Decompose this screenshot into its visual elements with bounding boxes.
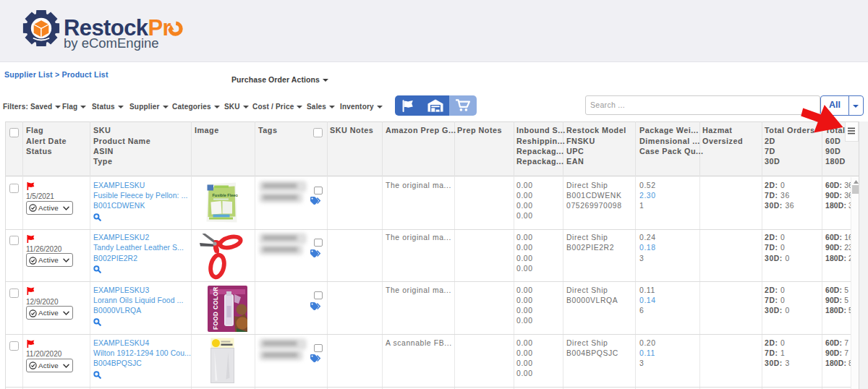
svg-text:Fusible Fleece: Fusible Fleece <box>213 193 239 197</box>
svg-text:FOOD COLOR: FOOD COLOR <box>213 287 219 330</box>
svg-text:by eComEngine: by eComEngine <box>64 35 159 51</box>
